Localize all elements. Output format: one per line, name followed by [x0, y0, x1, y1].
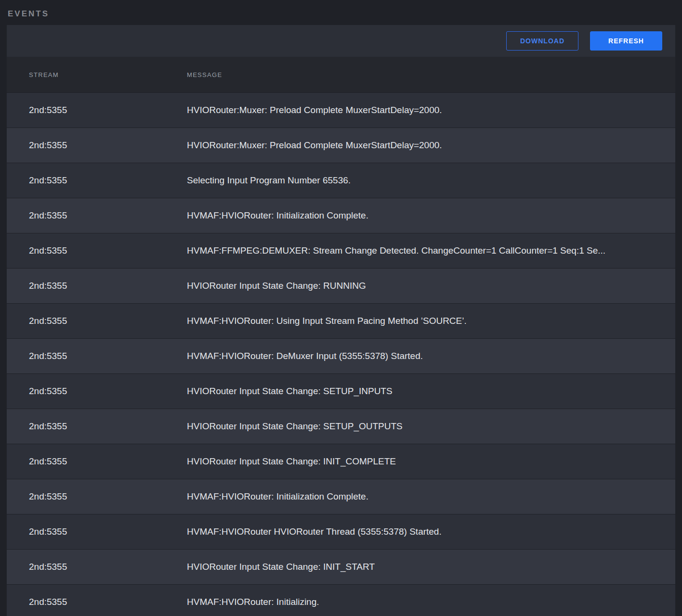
column-header-stream: STREAM — [7, 71, 187, 78]
stream-cell: 2nd:5355 — [7, 386, 187, 397]
stream-cell: 2nd:5355 — [7, 105, 187, 116]
message-cell: HVIORouter Input State Change: SETUP_OUT… — [187, 421, 675, 432]
stream-cell: 2nd:5355 — [7, 421, 187, 432]
message-cell: HVIORouter:Muxer: Preload Complete Muxer… — [187, 140, 675, 151]
stream-cell: 2nd:5355 — [7, 597, 187, 607]
message-cell: HVMAF:HVIORouter: Initialization Complet… — [187, 491, 675, 502]
stream-cell: 2nd:5355 — [7, 316, 187, 326]
message-cell: HVMAF:FFMPEG:DEMUXER: Stream Change Dete… — [187, 245, 675, 256]
message-cell: HVMAF:HVIORouter: Using Input Stream Pac… — [187, 316, 675, 326]
page-title: EVENTS — [0, 0, 682, 25]
stream-cell: 2nd:5355 — [7, 491, 187, 502]
message-cell: HVIORouter Input State Change: RUNNING — [187, 281, 675, 291]
message-cell: HVIORouter Input State Change: SETUP_INP… — [187, 386, 675, 397]
stream-cell: 2nd:5355 — [7, 140, 187, 151]
message-cell: Selecting Input Program Number 65536. — [187, 175, 675, 186]
message-cell: HVIORouter Input State Change: INIT_COMP… — [187, 456, 675, 467]
refresh-button[interactable]: REFRESH — [590, 31, 662, 51]
message-cell: HVMAF:HVIORouter: Initialization Complet… — [187, 210, 675, 221]
stream-cell: 2nd:5355 — [7, 210, 187, 221]
table-row[interactable]: 2nd:5355 HVMAF:HVIORouter HVIORouter Thr… — [7, 514, 675, 549]
column-header-message: MESSAGE — [187, 71, 675, 78]
stream-cell: 2nd:5355 — [7, 245, 187, 256]
table-body: 2nd:5355 HVIORouter:Muxer: Preload Compl… — [7, 92, 675, 616]
table-row[interactable]: 2nd:5355 HVIORouter Input State Change: … — [7, 444, 675, 479]
table-row[interactable]: 2nd:5355 Selecting Input Program Number … — [7, 163, 675, 198]
message-cell: HVIORouter Input State Change: INIT_STAR… — [187, 562, 675, 572]
download-button[interactable]: DOWNLOAD — [506, 31, 578, 51]
message-cell: HVMAF:HVIORouter: Initializing. — [187, 597, 675, 607]
table-row[interactable]: 2nd:5355 HVMAF:HVIORouter: Initializing. — [7, 584, 675, 616]
table-row[interactable]: 2nd:5355 HVIORouter:Muxer: Preload Compl… — [7, 92, 675, 128]
stream-cell: 2nd:5355 — [7, 456, 187, 467]
table-header: STREAM MESSAGE — [7, 57, 675, 92]
stream-cell: 2nd:5355 — [7, 526, 187, 537]
table-row[interactable]: 2nd:5355 HVMAF:HVIORouter: Initializatio… — [7, 479, 675, 514]
table-row[interactable]: 2nd:5355 HVMAF:HVIORouter: DeMuxer Input… — [7, 338, 675, 373]
table-row[interactable]: 2nd:5355 HVMAF:HVIORouter: Initializatio… — [7, 198, 675, 233]
message-cell: HVMAF:HVIORouter: DeMuxer Input (5355:53… — [187, 351, 675, 361]
table-row[interactable]: 2nd:5355 HVIORouter Input State Change: … — [7, 268, 675, 303]
table-row[interactable]: 2nd:5355 HVIORouter Input State Change: … — [7, 409, 675, 444]
table-row[interactable]: 2nd:5355 HVMAF:HVIORouter: Using Input S… — [7, 303, 675, 338]
events-panel: DOWNLOAD REFRESH STREAM MESSAGE 2nd:5355… — [7, 25, 675, 616]
stream-cell: 2nd:5355 — [7, 562, 187, 572]
table-row[interactable]: 2nd:5355 HVMAF:FFMPEG:DEMUXER: Stream Ch… — [7, 233, 675, 268]
stream-cell: 2nd:5355 — [7, 281, 187, 291]
message-cell: HVMAF:HVIORouter HVIORouter Thread (5355… — [187, 526, 675, 537]
table-row[interactable]: 2nd:5355 HVIORouter:Muxer: Preload Compl… — [7, 128, 675, 163]
table-row[interactable]: 2nd:5355 HVIORouter Input State Change: … — [7, 373, 675, 409]
toolbar: DOWNLOAD REFRESH — [7, 25, 675, 57]
message-cell: HVIORouter:Muxer: Preload Complete Muxer… — [187, 105, 675, 116]
table-row[interactable]: 2nd:5355 HVIORouter Input State Change: … — [7, 549, 675, 584]
stream-cell: 2nd:5355 — [7, 175, 187, 186]
stream-cell: 2nd:5355 — [7, 351, 187, 361]
